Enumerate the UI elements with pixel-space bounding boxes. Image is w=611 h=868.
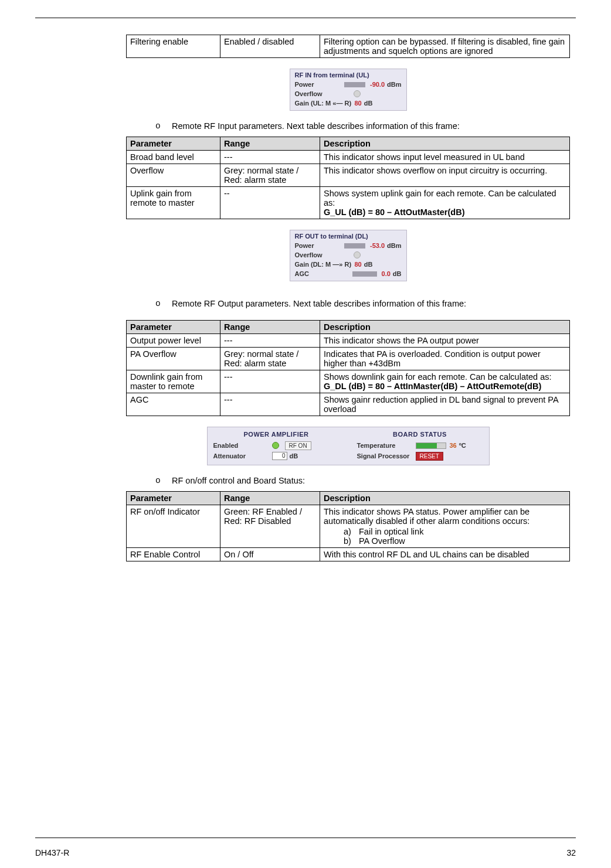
sub-val: PA Overflow [359, 536, 405, 546]
sub-key: b) [344, 536, 359, 546]
temperature-value: 36 [450, 442, 457, 449]
table-rf-onoff: Parameter Range Description RF on/off In… [126, 491, 570, 561]
bullet-icon: o [155, 476, 172, 485]
bullet-text: Remote RF Input parameters. Next table d… [172, 121, 460, 131]
cell-param: Broad band level [127, 151, 220, 164]
panel-title: RF IN from terminal (UL) [295, 72, 402, 79]
table-header-row: Parameter Range Description [127, 137, 570, 151]
cell-range: --- [220, 334, 320, 348]
rule-bottom [35, 838, 576, 838]
th-desc: Description [320, 137, 570, 151]
cell-param: Filtering enable [127, 35, 220, 58]
cell-range: -- [220, 187, 320, 219]
overflow-label: Overflow [295, 251, 354, 258]
agc-label: AGC [295, 270, 353, 277]
rf-in-panel: RF IN from terminal (UL) Power -90.0 dBm… [290, 69, 407, 111]
th-desc: Description [320, 492, 570, 505]
cell-param: AGC [127, 393, 220, 416]
agc-value: 0.0 [382, 270, 391, 277]
cell-range: On / Off [220, 548, 320, 561]
bullet-rf-output: o Remote RF Output parameters. Next tabl… [155, 299, 570, 308]
content: Filtering enable Enabled / disabled Filt… [126, 35, 570, 561]
table-filtering: Filtering enable Enabled / disabled Filt… [126, 35, 570, 58]
table-row: RF Enable Control On / Off With this con… [127, 548, 570, 561]
cell-param: RF on/off Indicator [127, 505, 220, 548]
table-row: Overflow Grey: normal state / Red: alarm… [127, 164, 570, 187]
board-status-col: BOARD STATUS Temperature 36 ºC Signal Pr… [357, 431, 483, 461]
bullet-rf-onoff: o RF on/off control and Board Status: [155, 476, 570, 485]
pa-header: POWER AMPLIFIER [213, 431, 340, 438]
desc-line1: Shows downlink gain for each remote. Can… [324, 372, 552, 382]
cell-range: Enabled / disabled [220, 35, 320, 58]
bullet-text: RF on/off control and Board Status: [172, 476, 305, 485]
page: Filtering enable Enabled / disabled Filt… [0, 0, 611, 868]
power-label: Power [295, 242, 345, 249]
cell-param: Overflow [127, 164, 220, 187]
agc-bar [352, 271, 376, 277]
enabled-indicator-icon [272, 442, 279, 449]
cell-desc: Indicates that PA is overloaded. Conditi… [320, 348, 570, 370]
table-row: Filtering enable Enabled / disabled Filt… [127, 35, 570, 58]
th-param: Parameter [127, 321, 220, 334]
power-bar [344, 243, 365, 249]
rf-out-panel-wrap: RF OUT to terminal (DL) Power -53.0 dBm … [126, 230, 570, 281]
table-header-row: Parameter Range Description [127, 321, 570, 334]
power-unit: dBm [387, 81, 401, 88]
gain-label: Gain (DL: M —» R) [295, 261, 354, 268]
desc-formula: G_DL (dB) = 80 – AttInMaster(dB) – AttOu… [324, 382, 541, 391]
bullet-icon: o [155, 121, 172, 131]
cell-desc: This indicator shows input level measure… [320, 151, 570, 164]
table-header-row: Parameter Range Description [127, 492, 570, 505]
cell-param: PA Overflow [127, 348, 220, 370]
bs-header: BOARD STATUS [357, 431, 483, 438]
temperature-label: Temperature [357, 442, 416, 449]
agc-unit: dB [393, 270, 402, 277]
cell-range: --- [220, 151, 320, 164]
cell-range: Grey: normal state / Red: alarm state [220, 164, 320, 187]
bullet-text: Remote RF Output parameters. Next table … [172, 299, 466, 308]
sub-val: Fail in optical link [359, 527, 423, 536]
attenuator-input[interactable]: 0 [272, 452, 287, 460]
enabled-label: Enabled [213, 442, 272, 449]
pa-board-panel-wrap: POWER AMPLIFIER Enabled RF ON Attenuator… [126, 427, 570, 465]
cell-desc: Shows downlink gain for each remote. Can… [320, 370, 570, 393]
power-amplifier-col: POWER AMPLIFIER Enabled RF ON Attenuator… [213, 431, 340, 461]
cell-range: --- [220, 393, 320, 416]
cell-param: Output power level [127, 334, 220, 348]
th-param: Parameter [127, 492, 220, 505]
cell-param: Uplink gain from remote to master [127, 187, 220, 219]
th-range: Range [220, 137, 320, 151]
power-value: -90.0 [370, 81, 385, 88]
power-value: -53.0 [370, 242, 385, 249]
bullet-rf-input: o Remote RF Input parameters. Next table… [155, 121, 570, 131]
overflow-indicator-icon [354, 90, 361, 97]
cell-desc: This indicator shows the PA output power [320, 334, 570, 348]
temperature-unit: ºC [459, 442, 466, 449]
table-row: Uplink gain from remote to master -- Sho… [127, 187, 570, 219]
footer: DH437-R 32 [35, 848, 576, 857]
power-label: Power [295, 81, 345, 88]
cell-param: Downlink gain from master to remote [127, 370, 220, 393]
cell-range: Grey: normal state / Red: alarm state [220, 348, 320, 370]
desc-line1: Shows system uplink gain for each remote… [324, 189, 556, 207]
attenuator-label: Attenuator [213, 452, 272, 459]
th-param: Parameter [127, 137, 220, 151]
cell-range: --- [220, 370, 320, 393]
gain-label: Gain (UL: M «— R) [295, 100, 354, 107]
gain-value: 80 [355, 100, 362, 107]
overflow-label: Overflow [295, 90, 354, 97]
table-row: Downlink gain from master to remote --- … [127, 370, 570, 393]
th-range: Range [220, 492, 320, 505]
table-rf-output: Parameter Range Description Output power… [126, 320, 570, 416]
desc-sublist: a)Fail in optical link b)PA Overflow [344, 527, 566, 546]
rf-on-button[interactable]: RF ON [285, 441, 311, 450]
cell-desc: Filtering option can be bypassed. If fil… [320, 35, 570, 58]
table-row: AGC --- Shows gainr reduction applied in… [127, 393, 570, 416]
overflow-indicator-icon [354, 251, 361, 258]
attenuator-unit: dB [290, 452, 298, 459]
panel-title: RF OUT to terminal (DL) [295, 233, 402, 240]
power-bar [344, 82, 365, 87]
cell-desc: This indicator shows overflow on input c… [320, 164, 570, 187]
rf-in-panel-wrap: RF IN from terminal (UL) Power -90.0 dBm… [126, 69, 570, 111]
reset-button[interactable]: RESET [416, 452, 443, 461]
